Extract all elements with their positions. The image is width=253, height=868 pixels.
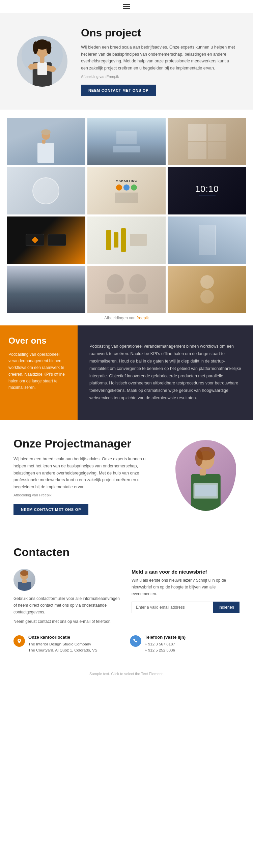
over-ons-title: Over ons xyxy=(8,336,69,346)
svg-point-4 xyxy=(46,41,51,54)
svg-rect-8 xyxy=(37,62,47,75)
svg-point-11 xyxy=(41,129,51,135)
newsletter-submit-button[interactable]: Indienen xyxy=(213,602,240,613)
gallery-item-8 xyxy=(87,216,166,264)
hero-content: Ons project Wij bieden een breed scala a… xyxy=(81,27,236,96)
hero-text: Wij bieden een breed scala aan bedrijfsa… xyxy=(81,44,236,72)
contact-avatar xyxy=(13,569,35,591)
hero-section: Ons project Wij bieden een breed scala a… xyxy=(0,13,253,110)
newsletter-title: Meld u aan voor de nieuwsbrief xyxy=(132,569,240,575)
svg-rect-24 xyxy=(22,580,27,583)
over-ons-right: Podcasting van operationeel verandermana… xyxy=(78,325,253,420)
phone-icon xyxy=(130,635,141,647)
svg-point-16 xyxy=(195,450,203,466)
newsletter-input[interactable] xyxy=(132,602,213,613)
pm-title: Onze Projectmanager xyxy=(13,437,159,451)
svg-rect-23 xyxy=(18,582,31,591)
location-line1: The Interior Design Studio Company xyxy=(28,641,97,647)
location-text: Onze kantoorlocatie The Interior Design … xyxy=(28,635,97,654)
pm-image-container xyxy=(172,440,240,511)
pm-content: Onze Projectmanager Wij bieden een breed… xyxy=(13,437,159,516)
hero-image xyxy=(17,36,67,87)
phone-line1: + 912 3 567 8187 xyxy=(145,641,186,647)
svg-rect-20 xyxy=(195,485,217,496)
contact-left: Gebruik ons contactformulier voor alle i… xyxy=(13,569,121,625)
location-line2: The Courtyard, Al Quoz 1, Colorado, VS xyxy=(28,647,97,653)
gallery-section: MARKETING 10:10 xyxy=(0,110,253,325)
contact-text-2: Neem gerust contact met ons op via e-mai… xyxy=(13,618,121,625)
gallery-item-6: 10:10 xyxy=(168,167,246,214)
gallery-item-11 xyxy=(87,266,166,313)
location-title: Onze kantoorlocatie xyxy=(28,635,97,640)
contacten-title: Contacten xyxy=(13,546,240,559)
over-ons-left: Over ons Podcasting van operationeel ver… xyxy=(0,325,78,420)
svg-point-22 xyxy=(20,570,28,576)
gallery-item-10 xyxy=(7,266,85,313)
location-item: Onze kantoorlocatie The Interior Design … xyxy=(13,635,123,654)
gallery-item-12 xyxy=(168,266,246,313)
contact-avatar-row xyxy=(13,569,121,591)
gallery-item-9 xyxy=(168,216,246,264)
hero-caption: Afbeelding van Freepik xyxy=(81,75,236,79)
contact-text-1: Gebruik ons contactformulier voor alle i… xyxy=(13,596,121,615)
pm-text: Wij bieden een breed scala aan bedrijfsa… xyxy=(13,456,159,490)
gallery-item-2 xyxy=(87,118,166,165)
over-ons-section: Over ons Podcasting van operationeel ver… xyxy=(0,325,253,420)
gallery-item-5: MARKETING xyxy=(87,167,166,214)
hero-contact-button[interactable]: NEEM CONTACT MET ONS OP xyxy=(81,85,156,96)
hamburger-menu[interactable] xyxy=(123,4,130,9)
site-header xyxy=(0,0,253,13)
newsletter-form: Indienen xyxy=(132,602,240,613)
over-ons-left-text: Podcasting van operationeel verandermana… xyxy=(8,351,69,392)
newsletter-text: Wilt u als eerste ons nieuws lezen? Schr… xyxy=(132,577,240,597)
svg-rect-9 xyxy=(40,56,44,63)
svg-rect-12 xyxy=(37,143,54,163)
pm-section: Onze Projectmanager Wij bieden een breed… xyxy=(0,420,253,532)
pm-contact-button[interactable]: NEEM CONTACT MET ONS OP xyxy=(13,504,88,515)
gallery-item-7 xyxy=(7,216,85,264)
gallery-grid: MARKETING 10:10 xyxy=(7,118,246,313)
gallery-item-3 xyxy=(168,118,246,165)
gallery-item-4 xyxy=(7,167,85,214)
gallery-caption: Afbeeldingen van freepik xyxy=(7,316,246,324)
phone-text: Telefoon (vaste lijn) + 912 3 567 8187 +… xyxy=(145,635,186,654)
gallery-item-1 xyxy=(7,118,85,165)
phone-item: Telefoon (vaste lijn) + 912 3 567 8187 +… xyxy=(130,635,240,654)
location-icon xyxy=(13,635,25,647)
svg-point-3 xyxy=(33,41,38,54)
gallery-caption-link: freepik xyxy=(137,316,149,320)
phone-title: Telefoon (vaste lijn) xyxy=(145,635,186,640)
svg-rect-18 xyxy=(200,468,206,475)
contacten-grid: Gebruik ons contactformulier voor alle i… xyxy=(13,569,240,625)
over-ons-right-text: Podcasting van operationeel verandermana… xyxy=(89,343,241,402)
pm-caption: Afbeelding van Freepik xyxy=(13,493,159,497)
hero-title: Ons project xyxy=(81,27,236,39)
phone-line2: + 912 5 252 3336 xyxy=(145,647,186,653)
footer-sample: Sample text. Click to select the Text El… xyxy=(0,667,253,681)
contact-details: Onze kantoorlocatie The Interior Design … xyxy=(13,635,240,654)
contacten-section: Contacten Gebruik ons contactformulier v… xyxy=(0,532,253,667)
svg-rect-13 xyxy=(42,140,46,143)
contact-right: Meld u aan voor de nieuwsbrief Wilt u al… xyxy=(132,569,240,625)
